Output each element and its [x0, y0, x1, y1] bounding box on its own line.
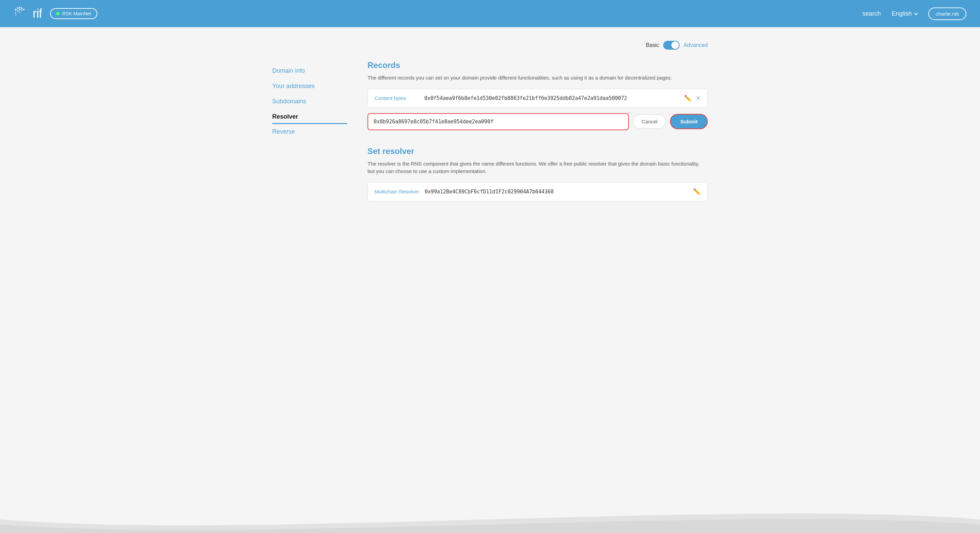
- network-badge[interactable]: RSK MainNet: [50, 8, 97, 19]
- records-description: The different records you can set on you…: [368, 74, 708, 82]
- sidebar: Domain info Your addresses Subdomains Re…: [272, 60, 347, 217]
- svg-rect-1: [17, 8, 18, 9]
- edit-content-bytes-input[interactable]: [368, 113, 629, 130]
- submit-button[interactable]: Submit: [670, 114, 708, 129]
- records-title: Records: [368, 60, 708, 70]
- close-record-icon[interactable]: ✕: [695, 95, 701, 102]
- advanced-label: Advanced: [684, 42, 708, 48]
- multichain-resolver-value: 0x99a12Be4C89CbF6cfD11d1F2c029904A7b6443…: [425, 189, 688, 195]
- view-toggle-row: Basic Advanced: [272, 41, 708, 50]
- sidebar-item-domain-info[interactable]: Domain info: [272, 63, 347, 79]
- svg-rect-0: [15, 9, 16, 10]
- svg-rect-2: [19, 7, 21, 8]
- language-selector[interactable]: English: [892, 10, 917, 17]
- edit-record-icon[interactable]: ✏️: [684, 95, 692, 102]
- record-actions: ✏️ ✕: [684, 95, 701, 102]
- svg-rect-7: [21, 10, 22, 11]
- svg-rect-9: [15, 11, 16, 16]
- logo: rif: [14, 5, 42, 22]
- basic-label: Basic: [646, 42, 659, 48]
- set-resolver-title: Set resolver: [368, 146, 708, 156]
- multichain-resolver-label: Multichain Resolver: [375, 189, 419, 194]
- svg-rect-5: [17, 10, 18, 11]
- user-account-button[interactable]: charlie.rsk: [928, 8, 966, 20]
- header-right: search English charlie.rsk: [862, 8, 966, 20]
- network-label: RSK MainNet: [62, 11, 91, 16]
- content-area: Domain info Your addresses Subdomains Re…: [272, 60, 708, 217]
- header-left: rif RSK MainNet: [14, 5, 97, 22]
- set-resolver-description: The resolver is the RNS component that g…: [368, 160, 708, 175]
- set-resolver-section: Set resolver The resolver is the RNS com…: [368, 146, 708, 201]
- svg-rect-8: [19, 11, 21, 13]
- content-bytes-value: 0x0f54aea9f6b8efe1d530e02fb8863fe21bff6e…: [424, 95, 679, 101]
- logo-icon: [14, 5, 30, 22]
- svg-rect-3: [21, 8, 22, 9]
- network-status-dot: [56, 12, 60, 15]
- toggle-knob: [671, 41, 679, 49]
- cancel-button[interactable]: Cancel: [633, 114, 666, 129]
- resolver-record-actions: ✏️: [693, 188, 701, 195]
- header: rif RSK MainNet search English charlie.r…: [0, 0, 980, 27]
- sidebar-item-subdomains[interactable]: Subdomains: [272, 94, 347, 109]
- edit-row: Cancel Submit: [368, 113, 708, 130]
- multichain-resolver-row: Multichain Resolver 0x99a12Be4C89CbF6cfD…: [368, 182, 708, 201]
- sidebar-item-reverse[interactable]: Reverse: [272, 124, 347, 140]
- footer-wave: [0, 492, 980, 533]
- records-section: Records The different records you can se…: [368, 60, 708, 130]
- main-panel: Records The different records you can se…: [368, 60, 708, 217]
- svg-rect-6: [19, 9, 21, 10]
- advanced-toggle-switch[interactable]: [663, 41, 679, 50]
- content-bytes-row: Content bytes 0x0f54aea9f6b8efe1d530e02f…: [368, 89, 708, 108]
- svg-rect-4: [23, 9, 24, 10]
- content-bytes-label: Content bytes: [375, 95, 419, 101]
- sidebar-item-resolver[interactable]: Resolver: [272, 109, 347, 124]
- search-link[interactable]: search: [862, 10, 881, 17]
- sidebar-item-your-addresses[interactable]: Your addresses: [272, 79, 347, 94]
- main-container: Basic Advanced Domain info Your addresse…: [252, 27, 728, 231]
- edit-resolver-icon[interactable]: ✏️: [693, 188, 701, 195]
- logo-text: rif: [33, 6, 42, 21]
- chevron-down-icon: [914, 11, 918, 15]
